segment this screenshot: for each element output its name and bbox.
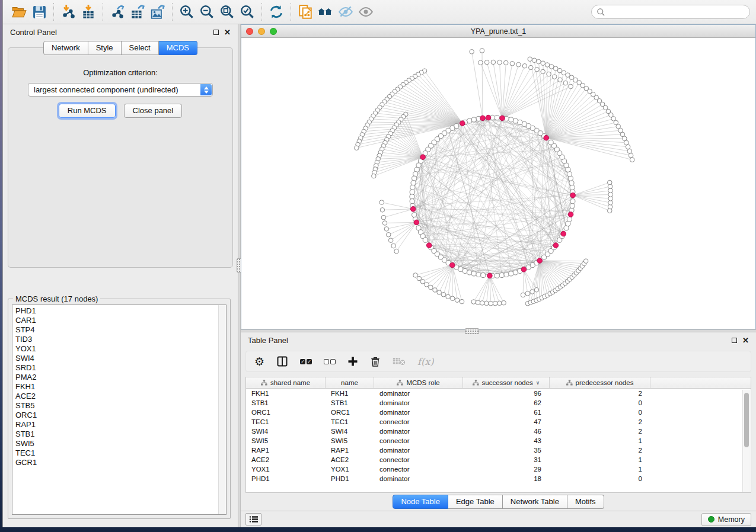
column-header-filler xyxy=(650,377,751,388)
table-panel-title: Table Panel xyxy=(248,336,288,345)
zoom-in-icon[interactable] xyxy=(177,2,197,21)
column-header[interactable]: shared name xyxy=(246,377,326,388)
list-item[interactable]: SWI5 xyxy=(15,439,226,448)
select-all-icon[interactable]: ✓✓ xyxy=(300,359,312,364)
table-row[interactable]: SWI5SWI5connector431 xyxy=(246,436,751,446)
table-row[interactable]: ACE2ACE2connector311 xyxy=(246,455,751,464)
toolbar-separator xyxy=(291,3,291,21)
table-cell: connector xyxy=(374,418,463,425)
memory-button[interactable]: Memory xyxy=(701,513,751,526)
list-scrollbar[interactable] xyxy=(218,305,226,514)
table-cell: dominator xyxy=(374,390,463,397)
tab-edge-table[interactable]: Edge Table xyxy=(448,495,503,509)
table-row[interactable]: PHD1PHD1dominator180 xyxy=(246,474,751,483)
column-header[interactable]: predecessor nodes xyxy=(550,377,650,388)
table-cell: 0 xyxy=(550,409,650,416)
import-network-icon[interactable] xyxy=(58,2,78,21)
list-item[interactable]: STP4 xyxy=(15,325,226,335)
tab-network[interactable]: Network xyxy=(43,41,88,55)
column-type-icon xyxy=(397,380,403,386)
search-input[interactable] xyxy=(608,8,745,16)
list-item[interactable]: PMA2 xyxy=(15,373,226,382)
column-header[interactable]: MCDS role xyxy=(374,377,463,388)
table-cell: dominator xyxy=(374,447,463,454)
criterion-select[interactable]: largest connected component (undirected) xyxy=(28,83,213,97)
refresh-icon[interactable] xyxy=(266,2,286,21)
table-row[interactable]: FKH1FKH1dominator962 xyxy=(246,389,751,398)
table-row[interactable]: TEC1TEC1connector472 xyxy=(246,417,751,427)
table-cell: YOX1 xyxy=(246,466,326,473)
list-item[interactable]: ORC1 xyxy=(15,411,226,420)
list-item[interactable]: GCR1 xyxy=(15,458,226,467)
close-panel-icon[interactable]: ✕ xyxy=(742,338,749,343)
close-panel-icon[interactable]: ✕ xyxy=(224,30,231,35)
network-window-titlebar[interactable]: YPA_prune.txt_1 xyxy=(241,25,755,38)
float-panel-icon[interactable] xyxy=(213,30,219,35)
show-all-icon[interactable] xyxy=(356,2,376,21)
list-item[interactable]: SWI4 xyxy=(15,354,226,363)
table-row[interactable]: SWI4SWI4dominator462 xyxy=(246,427,751,436)
column-header[interactable]: name xyxy=(326,377,374,388)
save-session-icon[interactable] xyxy=(29,2,49,21)
export-table-icon[interactable] xyxy=(127,2,148,21)
scrollbar-thumb[interactable] xyxy=(744,393,749,447)
open-file-icon[interactable] xyxy=(9,2,29,21)
table-panel-header: Table Panel ✕ xyxy=(241,332,756,348)
list-item[interactable]: ACE2 xyxy=(15,392,226,401)
zoom-fit-icon[interactable] xyxy=(217,2,237,21)
first-neighbors-icon[interactable] xyxy=(315,2,336,21)
table-cell: ORC1 xyxy=(246,409,326,416)
table-row[interactable]: STB1STB1dominator620 xyxy=(246,398,751,408)
clone-network-icon[interactable] xyxy=(295,2,315,21)
list-item[interactable]: STB5 xyxy=(15,401,226,411)
close-panel-button[interactable]: Close panel xyxy=(124,104,183,118)
list-item[interactable]: PHD1 xyxy=(15,306,226,316)
table-cell: 96 xyxy=(463,390,550,397)
add-column-icon[interactable] xyxy=(347,356,358,367)
table-cell: 18 xyxy=(463,475,550,482)
tab-select[interactable]: Select xyxy=(122,41,159,55)
hide-selected-icon[interactable] xyxy=(336,2,356,21)
gear-icon[interactable]: ⚙ xyxy=(254,356,264,367)
delete-column-icon[interactable] xyxy=(370,356,381,367)
table-scrollbar[interactable] xyxy=(742,390,750,492)
tab-node-table[interactable]: Node Table xyxy=(393,495,448,509)
list-item[interactable]: TEC1 xyxy=(15,448,226,458)
columns-icon[interactable] xyxy=(276,355,288,367)
list-item[interactable]: STB1 xyxy=(15,430,226,439)
run-mcds-button[interactable]: Run MCDS xyxy=(59,104,116,118)
column-header[interactable]: successor nodes∨ xyxy=(463,377,550,388)
mcds-result-list[interactable]: PHD1CAR1STP4TID3YOX1SWI4SRD1PMA2FKH1ACE2… xyxy=(12,305,227,515)
table-row[interactable]: YOX1YOX1connector291 xyxy=(246,464,751,474)
table-row[interactable]: RAP1RAP1dominator352 xyxy=(246,446,751,455)
list-item[interactable]: CAR1 xyxy=(15,316,226,325)
import-table-icon[interactable] xyxy=(78,2,98,21)
zoom-selected-icon[interactable] xyxy=(237,2,257,21)
optimization-criterion-label: Optimization criterion: xyxy=(8,68,232,77)
network-view-canvas[interactable] xyxy=(241,38,755,329)
task-history-icon[interactable] xyxy=(245,513,261,525)
tab-style[interactable]: Style xyxy=(88,41,122,55)
memory-status-icon xyxy=(708,516,714,523)
list-item[interactable]: TID3 xyxy=(15,335,226,344)
list-item[interactable]: SRD1 xyxy=(15,363,226,373)
deselect-all-icon[interactable] xyxy=(324,359,336,364)
tab-network-table[interactable]: Network Table xyxy=(503,495,567,509)
export-image-icon[interactable] xyxy=(148,2,168,21)
list-item[interactable]: RAP1 xyxy=(15,420,226,430)
toolbar-separator xyxy=(172,3,173,21)
tab-motifs[interactable]: Motifs xyxy=(567,495,604,509)
export-network-icon[interactable] xyxy=(107,2,127,21)
list-item[interactable]: YOX1 xyxy=(15,344,226,354)
list-item[interactable]: FKH1 xyxy=(15,382,226,392)
table-cell: FKH1 xyxy=(246,390,326,397)
float-panel-icon[interactable] xyxy=(732,338,737,343)
search-field[interactable] xyxy=(591,5,750,19)
table-row[interactable]: ORC1ORC1dominator610 xyxy=(246,408,751,417)
zoom-out-icon[interactable] xyxy=(197,2,217,21)
tab-mcds[interactable]: MCDS xyxy=(159,41,197,55)
table-cell: SWI5 xyxy=(246,437,326,444)
function-builder-icon: f(x) xyxy=(417,356,433,367)
table-cell: dominator xyxy=(374,428,463,435)
table-cell: SWI4 xyxy=(246,428,326,435)
